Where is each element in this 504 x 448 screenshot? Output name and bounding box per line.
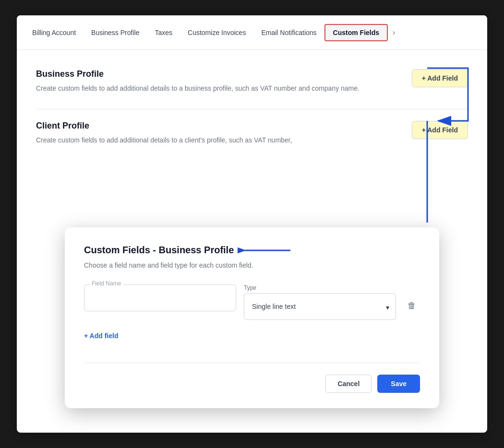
add-field-link[interactable]: + Add field <box>84 332 118 340</box>
business-profile-title: Business Profile <box>36 69 360 79</box>
field-name-label: Field Name <box>90 280 123 287</box>
client-profile-section: Client Profile Create custom fields to a… <box>36 121 468 145</box>
type-select-wrap: Type Single line text Multi line text Nu… <box>244 284 396 320</box>
add-field-business-btn[interactable]: + Add Field <box>412 69 468 87</box>
business-profile-desc: Create custom fields to add additional d… <box>36 83 360 94</box>
type-label: Type <box>244 284 396 291</box>
modal-divider <box>84 363 420 363</box>
section-header-client: Client Profile Create custom fields to a… <box>36 121 468 145</box>
type-select[interactable]: Single line text Multi line text Number … <box>244 293 396 320</box>
delete-field-button[interactable]: 🗑 <box>404 294 420 318</box>
section-divider-1 <box>36 109 468 109</box>
section-content-client: Client Profile Create custom fields to a… <box>36 121 292 145</box>
tab-customize-invoices[interactable]: Customize Invoices <box>180 25 253 40</box>
custom-fields-modal: Custom Fields - Business Profile Choose … <box>65 227 439 408</box>
section-content-business: Business Profile Create custom fields to… <box>36 69 360 94</box>
modal-footer: Cancel Save <box>84 375 420 393</box>
tab-email-notifications[interactable]: Email Notifications <box>253 25 324 40</box>
add-field-client-btn[interactable]: + Add Field <box>412 121 468 139</box>
tab-billing[interactable]: Billing Account <box>24 25 84 40</box>
field-name-wrap: Field Name <box>84 284 236 311</box>
client-profile-desc: Create custom fields to add additional d… <box>36 135 292 145</box>
field-name-input[interactable] <box>84 284 236 311</box>
business-profile-section: Business Profile Create custom fields to… <box>36 69 468 94</box>
tab-custom-fields[interactable]: Custom Fields <box>324 24 388 41</box>
section-header-business: Business Profile Create custom fields to… <box>36 69 468 94</box>
client-profile-title: Client Profile <box>36 121 292 131</box>
modal-form-row: Field Name Type Single line text Multi l… <box>84 284 420 320</box>
content-area: Business Profile Create custom fields to… <box>17 50 487 146</box>
modal-desc: Choose a field name and field type for e… <box>84 261 420 269</box>
main-container: Billing Account Business Profile Taxes C… <box>17 15 487 433</box>
tab-taxes[interactable]: Taxes <box>147 25 180 40</box>
modal-title: Custom Fields - Business Profile <box>84 245 420 256</box>
tab-business-profile[interactable]: Business Profile <box>84 25 147 40</box>
trash-icon: 🗑 <box>408 301 416 310</box>
save-button[interactable]: Save <box>377 375 420 393</box>
nav-tabs: Billing Account Business Profile Taxes C… <box>17 15 487 50</box>
nav-more-button[interactable]: › <box>388 24 400 41</box>
cancel-button[interactable]: Cancel <box>325 375 372 393</box>
